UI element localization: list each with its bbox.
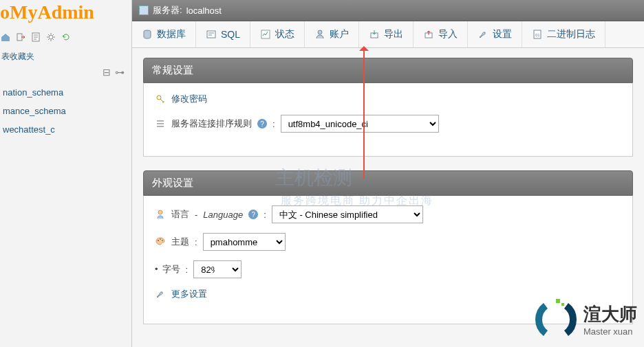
home-icon[interactable]	[0, 32, 11, 43]
collapse-icon[interactable]: ⊟	[103, 67, 111, 78]
more-settings-link[interactable]: 更多设置	[171, 288, 207, 300]
tab-sql[interactable]: SQL	[196, 21, 250, 47]
svg-rect-4	[207, 31, 215, 38]
tab-binlog[interactable]: 01二进制日志	[522, 21, 605, 47]
svg-point-13	[158, 240, 159, 241]
database-list: nation_schema mance_schema wechattest_c	[0, 83, 131, 139]
link-icon[interactable]: ⊶	[115, 67, 125, 78]
svg-rect-5	[261, 30, 270, 38]
language-icon	[155, 209, 166, 220]
language-label-en: Language	[203, 210, 243, 220]
collation-icon	[155, 118, 166, 129]
svg-point-6	[318, 30, 322, 34]
status-icon	[260, 29, 271, 40]
sidebar-toolbar	[0, 29, 131, 48]
sidebar: oMyAdmin 表收藏夹 ⊟ ⊶ nation_schema mance_sc…	[0, 0, 132, 347]
svg-text:01: 01	[535, 33, 540, 37]
change-password-link[interactable]: 修改密码	[171, 93, 207, 105]
tree-controls: ⊟ ⊶	[0, 67, 131, 83]
tab-import[interactable]: 导入	[414, 21, 468, 47]
breadcrumb-server-value[interactable]: localhost	[186, 5, 222, 16]
svg-point-2	[49, 35, 53, 39]
docs-icon[interactable]	[30, 32, 41, 43]
reload-icon[interactable]	[61, 32, 72, 43]
top-tabs: 数据库 SQL 状态 账户 导出 导入 设置 01二进制日志	[132, 21, 644, 48]
tab-status[interactable]: 状态	[250, 21, 305, 47]
collation-select[interactable]: utf8mb4_unicode_ci	[281, 115, 439, 133]
theme-icon	[155, 236, 166, 247]
theme-label: 主题	[171, 236, 189, 248]
tab-accounts[interactable]: 账户	[305, 21, 359, 47]
language-select[interactable]: 中文 - Chinese simplified	[272, 205, 423, 223]
fontsize-label: 字号	[155, 263, 180, 276]
logout-icon[interactable]	[15, 32, 26, 43]
accounts-icon	[314, 29, 325, 40]
panel-appearance-body: 语言 - Language ? : 中文 - Chinese simplifie…	[143, 196, 633, 324]
language-label: 语言	[171, 208, 189, 221]
import-icon	[423, 29, 434, 40]
svg-point-14	[160, 238, 161, 240]
panel-general-title: 常规设置	[143, 58, 633, 83]
binlog-icon: 01	[532, 29, 543, 40]
sql-icon	[206, 29, 217, 40]
password-icon	[155, 93, 166, 104]
database-icon	[142, 29, 153, 40]
db-item[interactable]: wechattest_c	[1, 120, 131, 139]
theme-select[interactable]: pmahomme	[203, 233, 286, 251]
panel-appearance-title: 外观设置	[143, 170, 633, 196]
content: 常规设置 修改密码 服务器连接排序规则 ? : utf8mb4_unicode_…	[132, 48, 644, 347]
tab-settings[interactable]: 设置	[468, 21, 522, 47]
favorites-label[interactable]: 表收藏夹	[0, 48, 131, 67]
main: 服务器: localhost 数据库 SQL 状态 账户 导出 导入 设置 01…	[132, 0, 644, 347]
tab-databases[interactable]: 数据库	[132, 21, 196, 47]
fontsize-select[interactable]: 82%	[193, 260, 242, 278]
server-icon	[139, 5, 149, 15]
tab-export[interactable]: 导出	[359, 21, 414, 47]
db-item[interactable]: mance_schema	[1, 102, 131, 120]
wrench-icon	[477, 29, 489, 40]
help-icon[interactable]: ?	[257, 119, 267, 128]
db-item[interactable]: nation_schema	[1, 83, 131, 102]
svg-point-15	[162, 240, 163, 241]
settings-icon[interactable]	[45, 32, 56, 43]
svg-rect-0	[17, 34, 22, 41]
svg-point-12	[158, 210, 162, 214]
breadcrumb-server-label: 服务器:	[153, 4, 182, 16]
help-icon[interactable]: ?	[248, 210, 258, 219]
export-icon	[369, 29, 380, 40]
panel-general-body: 修改密码 服务器连接排序规则 ? : utf8mb4_unicode_ci	[143, 83, 633, 157]
breadcrumb: 服务器: localhost	[132, 0, 644, 21]
more-settings-icon	[155, 289, 166, 300]
collation-label: 服务器连接排序规则	[171, 117, 252, 130]
logo[interactable]: oMyAdmin	[0, 0, 131, 29]
